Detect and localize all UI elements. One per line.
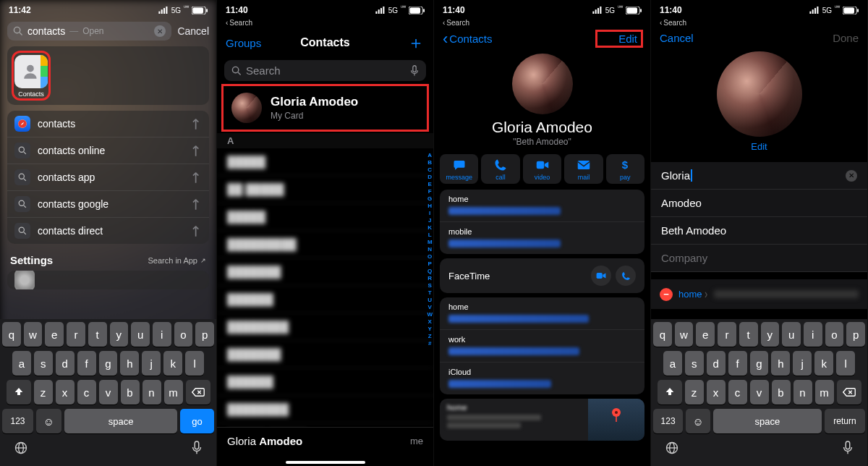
backspace-key[interactable] bbox=[186, 380, 210, 404]
index-letter[interactable]: H bbox=[427, 203, 433, 210]
address-card[interactable]: home bbox=[440, 399, 644, 441]
back-button[interactable]: ‹Contacts bbox=[443, 33, 493, 45]
home-indicator[interactable] bbox=[286, 461, 365, 464]
shift-key[interactable] bbox=[7, 380, 31, 404]
groups-button[interactable]: Groups bbox=[226, 37, 271, 49]
index-letter[interactable]: F bbox=[427, 188, 433, 195]
index-letter[interactable]: X bbox=[427, 318, 433, 326]
action-message[interactable]: message bbox=[440, 154, 478, 184]
company-field[interactable]: Company bbox=[651, 245, 867, 272]
index-letter[interactable]: I bbox=[427, 210, 433, 217]
index-letter[interactable]: C bbox=[427, 166, 433, 174]
index-letter[interactable]: Q bbox=[427, 268, 433, 275]
key-e[interactable]: e bbox=[45, 322, 64, 347]
contact-row[interactable]: ████████ bbox=[217, 313, 433, 341]
action-mail[interactable]: mail bbox=[564, 154, 603, 184]
index-letter[interactable]: A bbox=[427, 152, 433, 159]
index-letter[interactable]: B bbox=[427, 159, 433, 166]
index-letter[interactable]: O bbox=[427, 253, 433, 260]
action-pay[interactable]: $pay bbox=[606, 154, 644, 184]
phone-row[interactable]: home bbox=[440, 190, 644, 222]
key-z[interactable]: z bbox=[34, 380, 53, 404]
key-o[interactable]: o bbox=[825, 322, 844, 347]
phone-edit-row[interactable]: − home bbox=[651, 279, 867, 309]
key-u[interactable]: u bbox=[782, 322, 801, 347]
key-q[interactable]: q bbox=[2, 322, 21, 347]
key-w[interactable]: w bbox=[24, 322, 43, 347]
number-key[interactable]: 123 bbox=[653, 409, 683, 433]
index-letter[interactable]: W bbox=[427, 311, 433, 318]
key-l[interactable]: l bbox=[836, 351, 855, 376]
key-g[interactable]: g bbox=[99, 351, 118, 376]
index-letter[interactable]: D bbox=[427, 174, 433, 181]
key-s[interactable]: s bbox=[685, 351, 704, 376]
key-v[interactable]: v bbox=[750, 380, 769, 404]
key-r[interactable]: r bbox=[67, 322, 85, 347]
key-v[interactable]: v bbox=[99, 380, 118, 404]
key-d[interactable]: d bbox=[707, 351, 726, 376]
facetime-video-button[interactable] bbox=[591, 266, 611, 286]
globe-icon[interactable] bbox=[14, 441, 28, 459]
action-call[interactable]: call bbox=[481, 154, 519, 184]
phone-value[interactable] bbox=[714, 290, 859, 298]
key-t[interactable]: t bbox=[88, 322, 107, 347]
key-j[interactable]: j bbox=[793, 351, 812, 376]
dictation-icon[interactable] bbox=[842, 441, 854, 459]
back-to-search[interactable]: ‹ Search bbox=[651, 19, 867, 28]
contacts-scroll[interactable]: ███████ ████████████████████████████████… bbox=[217, 148, 433, 451]
key-k[interactable]: k bbox=[163, 351, 182, 376]
key-f[interactable]: f bbox=[728, 351, 747, 376]
dictation-icon[interactable] bbox=[191, 441, 203, 459]
contact-row[interactable]: ████████ bbox=[217, 396, 433, 423]
last-name-field[interactable]: Amodeo bbox=[651, 190, 867, 217]
key-p[interactable]: p bbox=[846, 322, 865, 347]
key-b[interactable]: b bbox=[121, 380, 140, 404]
index-letter[interactable]: R bbox=[427, 275, 433, 282]
nickname-field[interactable]: Beth Amodeo bbox=[651, 217, 867, 245]
key-o[interactable]: o bbox=[174, 322, 193, 347]
key-i[interactable]: i bbox=[804, 322, 822, 347]
keyboard[interactable]: qwertyuiop asdfghjkl zxcvbnm 123 ☺ space… bbox=[0, 319, 216, 466]
index-letter[interactable]: P bbox=[427, 260, 433, 268]
key-h[interactable]: h bbox=[771, 351, 790, 376]
contact-row[interactable]: ██████ bbox=[217, 286, 433, 313]
contacts-search-field[interactable]: Search bbox=[224, 60, 426, 81]
emoji-key[interactable]: ☺ bbox=[686, 409, 710, 433]
email-row[interactable]: home bbox=[440, 297, 644, 330]
key-t[interactable]: t bbox=[739, 322, 758, 347]
spotlight-top-hit-contacts[interactable]: Contacts bbox=[13, 52, 49, 99]
index-letter[interactable]: L bbox=[427, 232, 433, 239]
contact-row[interactable]: ██ █████ bbox=[217, 176, 433, 203]
key-b[interactable]: b bbox=[772, 380, 791, 404]
key-m[interactable]: m bbox=[164, 380, 183, 404]
dictation-icon[interactable] bbox=[410, 65, 419, 77]
index-letter[interactable]: # bbox=[427, 340, 433, 347]
space-key[interactable]: space bbox=[64, 409, 177, 433]
key-a[interactable]: a bbox=[663, 351, 682, 376]
contact-row[interactable]: █████ bbox=[217, 203, 433, 231]
key-z[interactable]: z bbox=[685, 380, 704, 404]
key-m[interactable]: m bbox=[815, 380, 834, 404]
email-row[interactable]: iCloud bbox=[440, 363, 644, 394]
avatar[interactable] bbox=[717, 51, 802, 137]
key-q[interactable]: q bbox=[653, 322, 672, 347]
contact-row[interactable]: ███████ bbox=[217, 258, 433, 286]
suggestion-item[interactable]: contacts online ↗ bbox=[7, 137, 209, 164]
back-to-search[interactable]: ‹ Search bbox=[434, 19, 650, 28]
phone-row[interactable]: mobile bbox=[440, 222, 644, 254]
index-letter[interactable]: S bbox=[427, 282, 433, 289]
key-g[interactable]: g bbox=[750, 351, 769, 376]
emoji-key[interactable]: ☺ bbox=[36, 409, 61, 433]
shift-key[interactable] bbox=[658, 380, 682, 404]
key-u[interactable]: u bbox=[131, 322, 150, 347]
key-a[interactable]: a bbox=[12, 351, 31, 376]
key-p[interactable]: p bbox=[195, 322, 214, 347]
back-to-search[interactable]: ‹ Search bbox=[217, 19, 433, 28]
settings-result-row[interactable] bbox=[7, 271, 209, 289]
return-key[interactable]: return bbox=[825, 409, 865, 433]
action-video[interactable]: video bbox=[523, 154, 561, 184]
key-y[interactable]: y bbox=[110, 322, 129, 347]
index-letter[interactable]: Y bbox=[427, 326, 433, 333]
delete-row-button[interactable]: − bbox=[660, 288, 673, 301]
contact-row[interactable]: ██████ bbox=[217, 368, 433, 396]
